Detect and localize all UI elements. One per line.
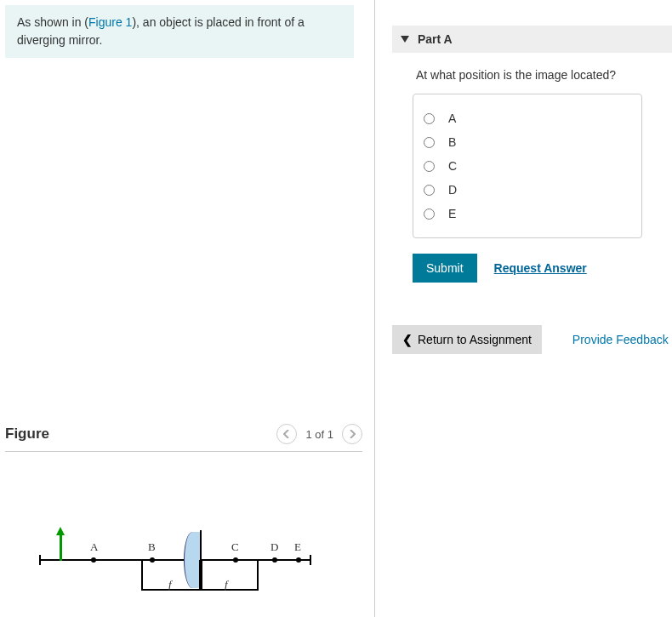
option-c[interactable]: C: [424, 154, 631, 178]
point-label-d: D: [271, 540, 278, 554]
option-d[interactable]: D: [424, 178, 631, 202]
radio-d[interactable]: [424, 185, 435, 196]
point-label-e: E: [294, 540, 301, 554]
option-label: E: [448, 207, 456, 220]
point-dot: [91, 557, 96, 563]
question-text: At what position is the image located?: [392, 53, 672, 94]
radio-a[interactable]: [424, 113, 435, 124]
prompt-text-pre: As shown in (: [17, 15, 88, 29]
options-group: A B C D E: [413, 94, 642, 238]
focal-label-right: f: [225, 578, 228, 591]
figure-header: Figure 1 of 1: [5, 424, 362, 452]
point-label-a: A: [90, 540, 98, 554]
radio-c[interactable]: [424, 161, 435, 172]
prev-figure-button[interactable]: [276, 424, 297, 444]
request-answer-link[interactable]: Request Answer: [494, 261, 587, 275]
return-button[interactable]: ❮ Return to Assignment: [392, 325, 542, 354]
submit-button[interactable]: Submit: [413, 254, 477, 283]
chevron-left-icon: [283, 430, 290, 438]
radio-e[interactable]: [424, 209, 435, 220]
tick: [39, 555, 41, 565]
focal-label-left: f: [168, 578, 172, 591]
point-dot: [296, 557, 301, 563]
tick: [310, 555, 311, 565]
figure-title: Figure: [5, 426, 49, 443]
chevron-left-icon: ❮: [402, 333, 413, 346]
pager-text: 1 of 1: [305, 428, 333, 441]
radio-b[interactable]: [424, 137, 435, 148]
next-figure-button[interactable]: [342, 424, 362, 444]
chevron-right-icon: [349, 430, 356, 438]
part-header[interactable]: Part A: [392, 26, 672, 53]
figure-diagram: A B C D E f f: [5, 528, 328, 617]
point-dot: [272, 557, 277, 563]
part-label: Part A: [418, 32, 453, 46]
feedback-link[interactable]: Provide Feedback: [572, 333, 669, 346]
point-label-c: C: [231, 540, 239, 554]
option-label: C: [448, 159, 457, 173]
option-b[interactable]: B: [424, 130, 631, 154]
figure-pager: 1 of 1: [276, 424, 362, 444]
focal-bracket-right: [201, 560, 259, 591]
option-label: B: [448, 135, 456, 149]
point-label-b: B: [148, 540, 156, 554]
option-e[interactable]: E: [424, 202, 631, 226]
option-label: D: [448, 183, 457, 197]
option-label: A: [448, 111, 456, 125]
return-label: Return to Assignment: [418, 333, 532, 346]
object-arrow: [60, 532, 62, 561]
problem-prompt: As shown in (Figure 1), an object is pla…: [5, 5, 354, 58]
figure-link[interactable]: Figure 1: [88, 15, 132, 29]
collapse-icon: [401, 36, 409, 43]
option-a[interactable]: A: [424, 106, 631, 130]
